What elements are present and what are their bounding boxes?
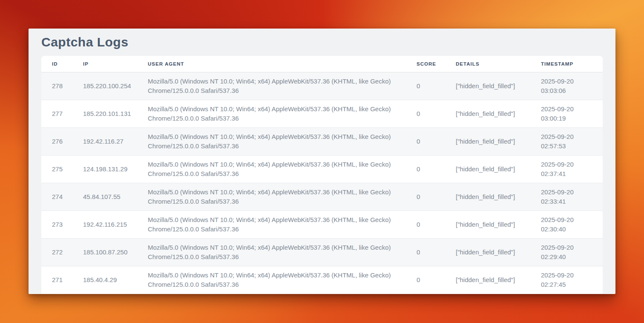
cell-id: 278 [41,72,83,100]
column-header-timestamp: TIMESTAMP [541,56,603,72]
cell-ip: 185.220.101.131 [83,100,148,127]
cell-ip: 45.84.107.55 [83,183,148,211]
table-row: 271185.40.4.29Mozilla/5.0 (Windows NT 10… [41,266,603,294]
cell-details: ["hidden_field_filled"] [456,266,541,294]
cell-timestamp: 2025-09-20 03:00:19 [541,100,603,127]
cell-id: 272 [41,238,83,266]
table-row: 272185.100.87.250Mozilla/5.0 (Windows NT… [41,238,603,266]
cell-user_agent: Mozilla/5.0 (Windows NT 10.0; Win64; x64… [148,211,417,238]
cell-ip: 192.42.116.27 [83,127,148,155]
cell-ip: 192.42.116.215 [83,211,148,238]
cell-timestamp: 2025-09-20 03:03:06 [541,72,603,100]
cell-score: 0 [417,72,456,100]
cell-details: ["hidden_field_filled"] [456,155,541,183]
table-row: 276192.42.116.27Mozilla/5.0 (Windows NT … [41,127,603,155]
page-background: { "page": { "title": "Captcha Logs" }, "… [0,0,644,323]
column-header-id: ID [41,56,83,72]
cell-score: 0 [417,183,456,211]
cell-timestamp: 2025-09-20 02:57:53 [541,127,603,155]
cell-user_agent: Mozilla/5.0 (Windows NT 10.0; Win64; x64… [148,266,417,294]
cell-ip: 185.100.87.250 [83,238,148,266]
cell-ip: 124.198.131.29 [83,155,148,183]
cell-score: 0 [417,211,456,238]
cell-id: 277 [41,100,83,127]
column-header-ip: IP [83,56,148,72]
table-row: 278185.220.100.254Mozilla/5.0 (Windows N… [41,72,603,100]
page-title: Captcha Logs [29,29,615,50]
cell-user_agent: Mozilla/5.0 (Windows NT 10.0; Win64; x64… [148,72,417,100]
table-row: 275124.198.131.29Mozilla/5.0 (Windows NT… [41,155,603,183]
cell-details: ["hidden_field_filled"] [456,100,541,127]
cell-details: ["hidden_field_filled"] [456,238,541,266]
cell-user_agent: Mozilla/5.0 (Windows NT 10.0; Win64; x64… [148,155,417,183]
cell-details: ["hidden_field_filled"] [456,183,541,211]
column-header-user_agent: USER AGENT [148,56,417,72]
cell-timestamp: 2025-09-20 02:30:40 [541,211,603,238]
table-row: 277185.220.101.131Mozilla/5.0 (Windows N… [41,100,603,127]
column-header-details: DETAILS [456,56,541,72]
table-header: IDIPUSER AGENTSCOREDETAILSTIMESTAMP [41,56,603,72]
cell-score: 0 [417,238,456,266]
cell-details: ["hidden_field_filled"] [456,72,541,100]
cell-user_agent: Mozilla/5.0 (Windows NT 10.0; Win64; x64… [148,127,417,155]
cell-ip: 185.220.100.254 [83,72,148,100]
table-body: 278185.220.100.254Mozilla/5.0 (Windows N… [41,72,603,294]
cell-ip: 185.40.4.29 [83,266,148,294]
cell-id: 273 [41,211,83,238]
cell-score: 0 [417,127,456,155]
column-header-score: SCORE [417,56,456,72]
cell-timestamp: 2025-09-20 02:27:45 [541,266,603,294]
cell-timestamp: 2025-09-20 02:29:40 [541,238,603,266]
captcha-logs-card: Captcha Logs IDIPUSER AGENTSCOREDETAILST… [29,29,615,294]
cell-details: ["hidden_field_filled"] [456,127,541,155]
cell-timestamp: 2025-09-20 02:37:41 [541,155,603,183]
cell-user_agent: Mozilla/5.0 (Windows NT 10.0; Win64; x64… [148,100,417,127]
table-row: 273192.42.116.215Mozilla/5.0 (Windows NT… [41,211,603,238]
cell-score: 0 [417,155,456,183]
cell-id: 276 [41,127,83,155]
cell-details: ["hidden_field_filled"] [456,211,541,238]
table-row: 27445.84.107.55Mozilla/5.0 (Windows NT 1… [41,183,603,211]
cell-score: 0 [417,100,456,127]
table-header-row: IDIPUSER AGENTSCOREDETAILSTIMESTAMP [41,56,603,72]
logs-table-container: IDIPUSER AGENTSCOREDETAILSTIMESTAMP 2781… [41,56,603,294]
logs-table: IDIPUSER AGENTSCOREDETAILSTIMESTAMP 2781… [41,56,603,294]
cell-id: 271 [41,266,83,294]
cell-id: 275 [41,155,83,183]
cell-timestamp: 2025-09-20 02:33:41 [541,183,603,211]
cell-score: 0 [417,266,456,294]
cell-user_agent: Mozilla/5.0 (Windows NT 10.0; Win64; x64… [148,183,417,211]
cell-user_agent: Mozilla/5.0 (Windows NT 10.0; Win64; x64… [148,238,417,266]
cell-id: 274 [41,183,83,211]
